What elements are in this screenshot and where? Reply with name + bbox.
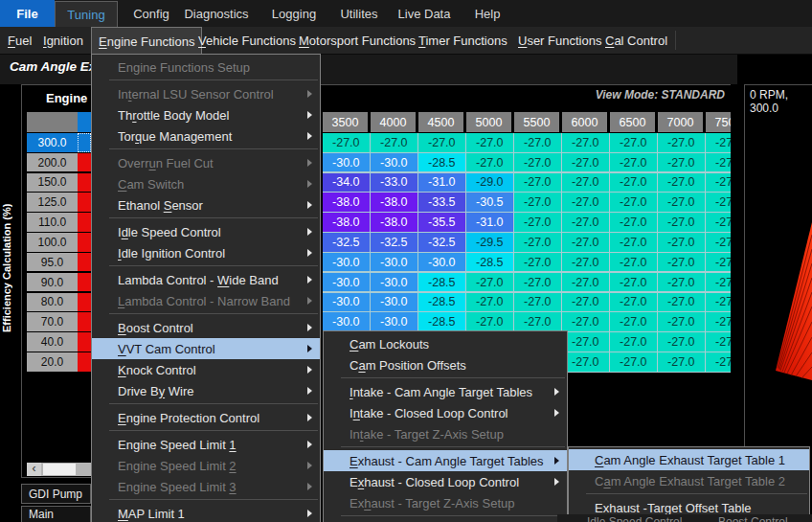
table-cell[interactable]: -27.0 bbox=[562, 293, 609, 312]
row-header[interactable]: 110.0 bbox=[27, 213, 78, 232]
table-cell[interactable] bbox=[78, 153, 91, 172]
table-cell[interactable] bbox=[78, 352, 91, 372]
selected-cell[interactable] bbox=[78, 133, 91, 152]
table-cell[interactable]: -27.0 bbox=[706, 312, 731, 331]
table-cell[interactable]: -27.0 bbox=[514, 273, 561, 292]
table-cell[interactable]: -27.0 bbox=[466, 133, 513, 152]
table-cell[interactable]: -27.0 bbox=[706, 253, 731, 272]
menu-item-throttle-body-model[interactable]: Throttle Body Model bbox=[92, 104, 320, 125]
tab-main[interactable]: Main bbox=[21, 506, 91, 522]
table-cell[interactable]: -27.0 bbox=[610, 352, 657, 372]
row-header[interactable]: 100.0 bbox=[27, 233, 78, 252]
table-cell[interactable]: -27.0 bbox=[706, 352, 731, 372]
table-cell[interactable]: -27.0 bbox=[562, 213, 609, 232]
tab-gdi-pump[interactable]: GDI Pump bbox=[21, 484, 91, 504]
table-cell[interactable]: -27.0 bbox=[514, 213, 561, 232]
table-cell[interactable]: -27.0 bbox=[610, 293, 657, 312]
column-header[interactable]: 3500 bbox=[323, 112, 368, 132]
table-cell[interactable]: -30.0 bbox=[371, 273, 417, 292]
table-cell[interactable]: -27.0 bbox=[562, 332, 609, 352]
menubar-cal-control[interactable]: Cal Control bbox=[605, 27, 667, 54]
table-cell[interactable]: -27.0 bbox=[610, 153, 657, 172]
table-cell[interactable]: -38.0 bbox=[323, 193, 370, 212]
menu-item-idle-ignition-control[interactable]: Idle Ignition Control bbox=[92, 242, 320, 263]
table-cell[interactable]: -31.0 bbox=[418, 173, 465, 193]
table-cell[interactable]: -38.0 bbox=[323, 213, 370, 232]
table-cell[interactable]: -27.0 bbox=[466, 153, 513, 172]
row-header[interactable]: 40.0 bbox=[27, 332, 78, 352]
table-cell[interactable]: -35.5 bbox=[418, 213, 465, 232]
table-cell[interactable]: -27.0 bbox=[514, 193, 561, 212]
table-cell[interactable]: -27.0 bbox=[323, 133, 370, 152]
scrollbar-thumb[interactable] bbox=[43, 464, 76, 475]
table-cell[interactable] bbox=[78, 312, 91, 331]
table-cell[interactable]: -27.0 bbox=[706, 213, 731, 232]
table-cell[interactable]: -30.0 bbox=[323, 312, 370, 331]
table-cell[interactable]: -27.0 bbox=[706, 293, 731, 312]
table-cell[interactable]: -32.5 bbox=[371, 233, 417, 252]
table-cell[interactable]: -27.0 bbox=[658, 213, 705, 232]
table-cell[interactable] bbox=[78, 173, 91, 193]
table-cell[interactable]: -27.0 bbox=[514, 293, 561, 312]
menu-item-ethanol-sensor[interactable]: Ethanol Sensor bbox=[92, 194, 320, 216]
table-cell[interactable]: -27.0 bbox=[658, 332, 705, 352]
table-cell[interactable]: -27.0 bbox=[514, 233, 561, 252]
table-cell[interactable]: -30.0 bbox=[323, 253, 370, 272]
table-cell[interactable]: -27.0 bbox=[706, 153, 731, 172]
table-cell[interactable]: -34.0 bbox=[323, 173, 370, 193]
row-header[interactable]: 300.0 bbox=[27, 133, 78, 152]
table-cell[interactable]: -27.0 bbox=[706, 193, 731, 212]
table-cell[interactable]: -28.5 bbox=[418, 312, 465, 331]
table-cell[interactable]: -27.0 bbox=[658, 133, 705, 152]
table-cell[interactable]: -27.0 bbox=[610, 173, 657, 193]
table-cell[interactable]: -27.0 bbox=[562, 352, 609, 372]
menu-item-lambda-control-wide-band[interactable]: Lambda Control - Wide Band bbox=[92, 269, 320, 290]
column-header[interactable]: 5000 bbox=[466, 112, 511, 132]
menu-item-idle-speed-control[interactable]: Idle Speed Control bbox=[92, 221, 320, 242]
table-cell[interactable]: -27.0 bbox=[610, 253, 657, 272]
menu-item-intake-closed-loop-control[interactable]: Intake - Closed Loop Control bbox=[324, 402, 567, 423]
table-cell[interactable]: -31.0 bbox=[466, 213, 513, 232]
table-cell[interactable]: -28.5 bbox=[418, 273, 465, 292]
table-cell[interactable]: -27.0 bbox=[658, 153, 705, 172]
column-header[interactable]: 4000 bbox=[371, 112, 416, 132]
menu-item-cam-lockouts[interactable]: Cam Lockouts bbox=[324, 333, 567, 354]
menu-item-intake-cam-angle-target-tables[interactable]: Intake - Cam Angle Target Tables bbox=[324, 381, 567, 402]
table-cell[interactable]: -32.5 bbox=[323, 233, 370, 252]
table-cell[interactable]: -30.0 bbox=[323, 153, 370, 172]
top-menu-config[interactable]: Config bbox=[123, 0, 180, 27]
menu-item-knock-control[interactable]: Knock Control bbox=[92, 359, 320, 380]
horizontal-scrollbar[interactable]: ‹ bbox=[27, 463, 91, 476]
column-header[interactable]: 5500 bbox=[514, 112, 559, 132]
table-cell[interactable]: -27.0 bbox=[610, 213, 657, 232]
column-header[interactable]: 7500 bbox=[706, 112, 731, 132]
table-cell[interactable]: -32.5 bbox=[418, 233, 465, 252]
table-cell[interactable]: -30.0 bbox=[371, 253, 417, 272]
table-cell[interactable]: -27.0 bbox=[706, 133, 731, 152]
table-cell[interactable]: -27.0 bbox=[706, 273, 731, 292]
table-cell[interactable] bbox=[78, 233, 91, 252]
row-header[interactable]: 70.0 bbox=[27, 312, 78, 331]
table-cell[interactable]: -27.0 bbox=[610, 312, 657, 331]
table-cell[interactable]: -27.0 bbox=[610, 332, 657, 352]
table-cell[interactable]: -27.0 bbox=[610, 273, 657, 292]
table-cell[interactable]: -28.5 bbox=[418, 293, 465, 312]
menubar-ignition[interactable]: Ignition bbox=[43, 27, 83, 54]
table-cell[interactable] bbox=[78, 293, 91, 312]
menu-item-engine-speed-limit-1[interactable]: Engine Speed Limit 1 bbox=[92, 434, 320, 455]
menu-item-torque-management[interactable]: Torque Management bbox=[92, 125, 320, 147]
table-cell[interactable]: -28.5 bbox=[418, 153, 465, 172]
table-cell[interactable]: -27.0 bbox=[562, 153, 609, 172]
menubar-fuel[interactable]: Fuel bbox=[8, 27, 32, 54]
table-cell[interactable] bbox=[78, 213, 91, 232]
table-cell[interactable]: -29.5 bbox=[466, 233, 513, 252]
table-cell[interactable]: -27.0 bbox=[562, 233, 609, 252]
menu-item-vvt-cam-control[interactable]: VVT Cam Control bbox=[92, 338, 320, 359]
scroll-left-icon[interactable]: ‹ bbox=[27, 463, 41, 476]
table-cell[interactable] bbox=[78, 332, 91, 352]
column-header[interactable]: 6500 bbox=[610, 112, 655, 132]
top-menu-tuning[interactable]: Tuning bbox=[55, 1, 118, 27]
menu-item-cam-position-offsets[interactable]: Cam Position Offsets bbox=[324, 354, 567, 375]
menubar-timer-functions[interactable]: Timer Functions bbox=[418, 27, 508, 54]
table-cell[interactable]: -27.0 bbox=[514, 133, 561, 152]
